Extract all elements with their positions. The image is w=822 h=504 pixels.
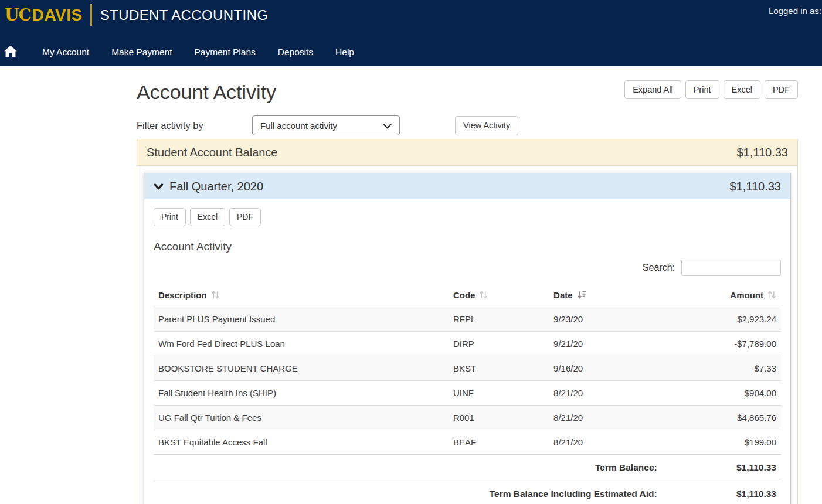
amount-header-label: Amount: [730, 290, 763, 300]
sort-descending-icon: [577, 291, 586, 301]
cell-amount: $199.00: [662, 430, 781, 455]
collapse-chevron-icon: [154, 183, 164, 190]
filter-activity-select[interactable]: Full account activity: [252, 115, 400, 135]
home-button[interactable]: [3, 46, 18, 59]
ucdavis-logo[interactable]: UC DAVIS STUDENT ACCOUNTING: [5, 4, 268, 26]
fall-quarter-header[interactable]: Fall Quarter, 2020 $1,110.33: [144, 173, 790, 199]
cell-description: Parent PLUS Payment Issued: [154, 307, 449, 332]
term-balance-aid-label: Term Balance Including Estimated Aid:: [154, 481, 662, 504]
nav-my-account[interactable]: My Account: [33, 47, 98, 57]
logo-divider: [90, 4, 92, 26]
pdf-button[interactable]: PDF: [765, 80, 798, 99]
term-balance-aid-amount: $1,110.33: [662, 481, 781, 504]
cell-date: 9/23/20: [549, 307, 662, 332]
nav-deposits[interactable]: Deposits: [269, 47, 322, 57]
account-activity-table: Description Code Date Amount: [154, 285, 781, 504]
cell-code: RFPL: [449, 307, 549, 332]
term-title: Fall Quarter, 2020: [169, 180, 730, 193]
cell-date: 8/21/20: [549, 430, 662, 455]
column-header-code[interactable]: Code: [449, 285, 549, 307]
code-header-label: Code: [453, 290, 475, 300]
title-row: Account Activity Expand All Print Excel …: [137, 79, 798, 105]
filter-row: Filter activity by Full account activity…: [137, 115, 798, 135]
cell-date: 9/16/20: [549, 356, 662, 381]
cell-date: 8/21/20: [549, 406, 662, 430]
sort-icon: [767, 291, 776, 301]
term-balance-label: Term Balance:: [154, 455, 662, 481]
cell-amount: $7.33: [662, 356, 781, 381]
cell-code: BEAF: [449, 430, 549, 455]
balance-body: Fall Quarter, 2020 $1,110.33 Print Excel…: [137, 166, 797, 504]
fall-quarter-panel: Fall Quarter, 2020 $1,110.33 Print Excel…: [144, 173, 791, 504]
cell-date: 8/21/20: [549, 381, 662, 406]
filter-selected-option: Full account activity: [260, 121, 337, 131]
app-title: STUDENT ACCOUNTING: [100, 7, 269, 23]
main-nav: My Account Make Payment Payment Plans De…: [0, 38, 822, 66]
cell-description: Fall Student Health Ins (SHIP): [154, 381, 449, 406]
table-row: BOOKSTORE STUDENT CHARGE BKST 9/16/20 $7…: [154, 356, 781, 381]
term-excel-button[interactable]: Excel: [190, 208, 225, 226]
cell-code: R001: [449, 406, 549, 430]
table-row: Wm Ford Fed Direct PLUS Loan DIRP 9/21/2…: [154, 332, 781, 356]
logged-in-as: Logged in as:: [769, 6, 821, 16]
search-label: Search:: [643, 263, 675, 273]
cell-date: 9/21/20: [549, 332, 662, 356]
term-toolbar: Print Excel PDF: [154, 208, 781, 226]
sort-icon: [211, 291, 220, 301]
term-balance-amount: $1,110.33: [662, 455, 781, 481]
term-print-button[interactable]: Print: [154, 208, 186, 226]
nav-make-payment[interactable]: Make Payment: [103, 47, 181, 57]
term-balance-row: Term Balance: $1,110.33: [154, 455, 781, 481]
column-header-amount[interactable]: Amount: [662, 285, 781, 307]
table-row: Fall Student Health Ins (SHIP) UINF 8/21…: [154, 381, 781, 406]
page-title: Account Activity: [137, 79, 276, 105]
nav-payment-plans[interactable]: Payment Plans: [186, 47, 264, 57]
cell-amount: $904.00: [662, 381, 781, 406]
app-header: UC DAVIS STUDENT ACCOUNTING Logged in as…: [0, 0, 822, 66]
cell-code: DIRP: [449, 332, 549, 356]
sort-icon: [479, 291, 488, 301]
student-account-balance-panel: Student Account Balance $1,110.33 Fall Q…: [137, 139, 798, 504]
cell-description: UG Fall Qtr Tuition & Fees: [154, 406, 449, 430]
cell-description: Wm Ford Fed Direct PLUS Loan: [154, 332, 449, 356]
cell-amount: $2,923.24: [662, 307, 781, 332]
search-input[interactable]: [681, 260, 781, 276]
table-row: Parent PLUS Payment Issued RFPL 9/23/20 …: [154, 307, 781, 332]
table-row: BKST Equitable Access Fall BEAF 8/21/20 …: [154, 430, 781, 455]
cell-description: BOOKSTORE STUDENT CHARGE: [154, 356, 449, 381]
term-balance-including-aid-row: Term Balance Including Estimated Aid: $1…: [154, 481, 781, 504]
expand-all-button[interactable]: Expand All: [624, 80, 681, 99]
balance-amount: $1,110.33: [737, 146, 789, 159]
excel-button[interactable]: Excel: [724, 80, 760, 99]
content: Account Activity Expand All Print Excel …: [137, 79, 798, 504]
student-account-balance-header: Student Account Balance $1,110.33: [137, 139, 797, 166]
description-header-label: Description: [158, 290, 207, 300]
balance-label: Student Account Balance: [147, 146, 278, 159]
logo-davis: DAVIS: [32, 6, 83, 25]
nav-help[interactable]: Help: [327, 47, 363, 57]
cell-amount: $4,865.76: [662, 406, 781, 430]
term-amount: $1,110.33: [730, 180, 782, 193]
masthead-top-row: UC DAVIS STUDENT ACCOUNTING Logged in as…: [0, 0, 822, 38]
cell-amount: -$7,789.00: [662, 332, 781, 356]
table-row: UG Fall Qtr Tuition & Fees R001 8/21/20 …: [154, 406, 781, 430]
home-icon: [4, 46, 17, 59]
term-pdf-button[interactable]: PDF: [229, 208, 261, 226]
table-header-row: Description Code Date Amount: [154, 285, 781, 307]
logo-uc: UC: [5, 5, 31, 25]
view-activity-button[interactable]: View Activity: [455, 116, 518, 135]
print-button[interactable]: Print: [685, 80, 719, 99]
date-header-label: Date: [553, 290, 573, 300]
column-header-description[interactable]: Description: [154, 285, 449, 307]
chevron-down-icon: [383, 121, 392, 131]
column-header-date[interactable]: Date: [549, 285, 662, 307]
cell-description: BKST Equitable Access Fall: [154, 430, 449, 455]
page-toolbar: Expand All Print Excel PDF: [624, 80, 798, 99]
search-row: Search:: [154, 260, 781, 276]
term-body: Print Excel PDF Account Activity Search:: [144, 199, 790, 504]
filter-label: Filter activity by: [137, 120, 252, 131]
cell-code: UINF: [449, 381, 549, 406]
account-activity-section-title: Account Activity: [154, 240, 781, 253]
cell-code: BKST: [449, 356, 549, 381]
